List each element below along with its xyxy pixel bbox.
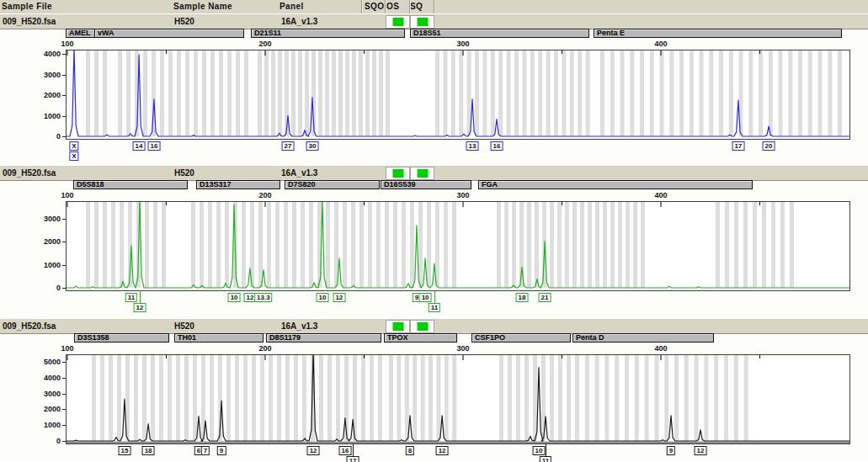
x-axis-label-200: 200: [253, 191, 278, 199]
sample-panel-blue: 009_H520.fsa H520 16A_v1.3 AMELvWAD21S11…: [0, 13, 868, 167]
electropherogram-plot[interactable]: [66, 50, 850, 140]
panel-value: 16A_v1.3: [281, 17, 317, 26]
y-axis-label-3000: 3000: [29, 215, 61, 223]
marker-bar-vwa[interactable]: vWA: [94, 29, 244, 38]
y-axis-tick: [62, 95, 66, 96]
y-axis-label-0: 0: [29, 132, 61, 141]
allele-label-d7s820-12[interactable]: 12: [333, 293, 345, 302]
electropherogram-plot[interactable]: [66, 201, 850, 291]
marker-bar-fga[interactable]: FGA: [478, 180, 753, 189]
y-axis-tick: [62, 394, 66, 395]
allele-label-csf1po-10[interactable]: 10: [533, 446, 546, 455]
sample-name-value: H520: [174, 321, 194, 331]
allele-label-d8s1179-12[interactable]: 12: [307, 446, 320, 455]
allele-label-amel-x[interactable]: X: [69, 141, 78, 151]
allele-label-fga-21[interactable]: 21: [539, 293, 551, 302]
allele-label-penta e-20[interactable]: 20: [763, 141, 775, 151]
y-axis-tick: [62, 425, 66, 426]
marker-bar-d8s1179[interactable]: D8S1179: [266, 333, 381, 343]
col-sq: SQ: [410, 2, 423, 11]
sq-pass-indicator: [417, 169, 428, 178]
allele-label-d8s1179-16[interactable]: 16: [338, 446, 351, 455]
allele-label-d5s818-12[interactable]: 12: [134, 303, 146, 312]
y-axis-tick: [62, 54, 66, 55]
y-axis-label-4000: 4000: [29, 374, 61, 382]
marker-bar-amel[interactable]: AMEL: [66, 29, 95, 38]
allele-label-d21s11-27[interactable]: 27: [282, 141, 295, 151]
marker-bar-row: D5S818D13S317D7S820D16S539FGA: [0, 180, 868, 191]
allele-label-d13s317-10[interactable]: 10: [228, 293, 241, 302]
marker-bar-row: AMELvWAD21S11D18S51Penta E: [0, 29, 868, 40]
allele-label-d16s539-10[interactable]: 10: [419, 293, 432, 302]
sample-file-value: 009_H520.fsa: [3, 321, 56, 331]
allele-label-d21s11-30[interactable]: 30: [306, 141, 318, 151]
sq-status-cell: [410, 167, 434, 180]
allele-label-penta e-17[interactable]: 17: [732, 141, 744, 151]
allele-label-d8s1179-17[interactable]: 17: [347, 456, 359, 462]
marker-bar-d18s51[interactable]: D18S51: [410, 29, 589, 38]
marker-bar-penta-d[interactable]: Penta D: [572, 333, 714, 343]
marker-bar-d7s820[interactable]: D7S820: [285, 180, 380, 189]
y-axis-label-0: 0: [29, 284, 61, 292]
x-axis-label-300: 300: [450, 40, 476, 48]
sample-name-value: H520: [174, 168, 194, 178]
allele-label-th01-9[interactable]: 9: [217, 446, 226, 455]
marker-bar-tpox[interactable]: TPOX: [384, 333, 457, 343]
allele-label-penta d-12[interactable]: 12: [695, 446, 707, 455]
allele-label-vwa-14[interactable]: 14: [133, 141, 146, 151]
sample-row[interactable]: 009_H520.fsa H520 16A_v1.3: [0, 318, 868, 334]
y-axis-tick: [62, 265, 66, 266]
allele-label-penta d-9[interactable]: 9: [667, 446, 675, 455]
allele-label-amel-x-2[interactable]: X: [69, 151, 78, 161]
sample-panel-black: 009_H520.fsa H520 16A_v1.3 D3S1358TH01D8…: [0, 318, 868, 462]
col-sample-name: Sample Name: [173, 2, 232, 11]
y-axis-label-2000: 2000: [29, 91, 61, 99]
x-axis-label-400: 400: [648, 344, 674, 353]
allele-label-tpox-12[interactable]: 12: [436, 446, 449, 455]
marker-bar-penta-e[interactable]: Penta E: [594, 29, 842, 38]
y-axis-label-2000: 2000: [29, 405, 61, 413]
x-axis-label-300: 300: [450, 191, 476, 199]
sample-row[interactable]: 009_H520.fsa H520 16A_v1.3: [0, 165, 868, 181]
col-panel: Panel: [280, 2, 304, 11]
os-pass-indicator: [392, 18, 403, 26]
marker-bar-d3s1358[interactable]: D3S1358: [74, 333, 169, 343]
y-axis-label-0: 0: [29, 437, 61, 445]
marker-bar-csf1po[interactable]: CSF1PO: [471, 333, 571, 343]
col-sample-file: Sample File: [2, 2, 52, 11]
allele-label-d18s51-13[interactable]: 13: [466, 141, 479, 151]
marker-bar-d16s539[interactable]: D16S539: [381, 180, 471, 189]
allele-label-fga-18[interactable]: 18: [516, 293, 529, 302]
os-pass-indicator: [392, 322, 403, 331]
y-axis-label-1000: 1000: [29, 261, 61, 269]
column-separator: [434, 0, 434, 13]
x-axis-label-100: 100: [55, 191, 80, 199]
sample-row[interactable]: 009_H520.fsa H520 16A_v1.3: [0, 13, 868, 29]
y-axis-label-3000: 3000: [29, 390, 61, 398]
allele-label-d16s539-11[interactable]: 11: [429, 303, 440, 312]
y-axis-tick: [62, 441, 66, 442]
allele-label-vwa-16[interactable]: 16: [147, 141, 160, 151]
panel-value: 16A_v1.3: [281, 321, 317, 331]
x-axis-row: 100200300400: [0, 40, 868, 50]
y-axis-tick: [62, 75, 66, 76]
marker-bar-d21s11[interactable]: D21S11: [251, 29, 405, 38]
marker-bar-d13s317[interactable]: D13S317: [196, 180, 280, 189]
allele-label-d3s1358-18[interactable]: 18: [142, 446, 155, 455]
allele-label-d13s317-13.3[interactable]: 13.3: [254, 293, 273, 302]
electropherogram-plot[interactable]: [66, 354, 850, 444]
allele-label-tpox-8[interactable]: 8: [406, 446, 414, 455]
allele-label-d7s820-10[interactable]: 10: [316, 293, 328, 302]
y-axis-tick: [62, 116, 66, 117]
marker-bar-th01[interactable]: TH01: [174, 333, 264, 343]
allele-label-d18s51-16[interactable]: 16: [490, 141, 503, 151]
x-axis-label-300: 300: [450, 344, 476, 353]
allele-label-csf1po-11[interactable]: 11: [540, 456, 551, 462]
allele-label-d5s818-11[interactable]: 11: [125, 293, 137, 302]
marker-bar-d5s818[interactable]: D5S818: [73, 180, 188, 189]
sq-status-cell: [410, 320, 434, 333]
allele-label-th01-7[interactable]: 7: [201, 446, 210, 455]
y-axis-label-1000: 1000: [29, 112, 61, 120]
allele-label-d3s1358-15[interactable]: 15: [118, 446, 130, 455]
x-axis-row: 100200300400: [0, 344, 868, 354]
